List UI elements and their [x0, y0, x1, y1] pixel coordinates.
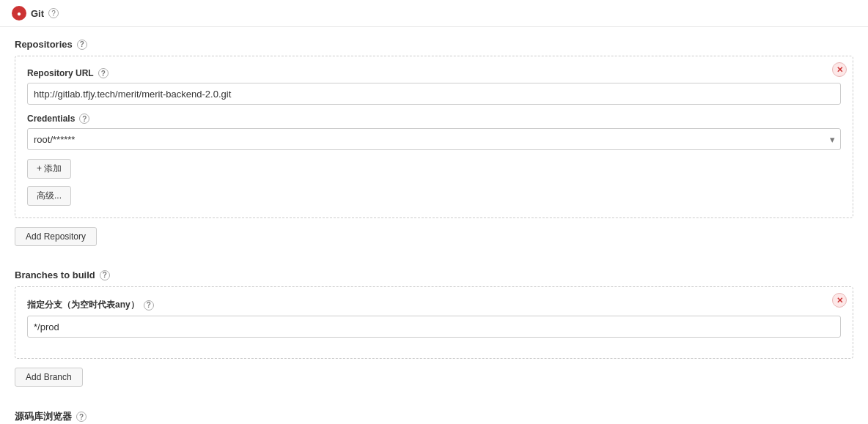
git-icon: ●: [12, 6, 26, 21]
main-content: Repositories ? ✕ Repository URL ?: [0, 27, 868, 424]
header-help-icon[interactable]: ?: [48, 8, 59, 18]
repositories-section: Repositories ? ✕ Repository URL ?: [15, 39, 853, 258]
add-repository-button[interactable]: Add Repository: [15, 227, 97, 246]
branch-field-label: 指定分支（为空时代表any） ?: [27, 299, 841, 311]
credentials-select-wrapper: root/****** ▾: [27, 128, 841, 150]
branches-section: Branches to build ? ✕ 指定分支（为空时代表any） ? A…: [15, 269, 853, 398]
close-branch-button[interactable]: ✕: [832, 293, 847, 308]
source-browser-label: 源码库浏览器 ?: [15, 410, 853, 423]
repositories-help-icon[interactable]: ?: [77, 40, 87, 50]
repository-url-field: Repository URL ?: [27, 68, 841, 105]
repo-button-row: + 添加: [27, 159, 841, 179]
page-container: ● Git ? Repositories ? ✕ Repository URL …: [0, 0, 868, 424]
branches-label: Branches to build ?: [15, 269, 853, 280]
repository-config-box: ✕ Repository URL ? Credentials ?: [15, 56, 853, 218]
add-branch-button[interactable]: Add Branch: [15, 368, 83, 387]
branch-field-help-icon[interactable]: ?: [144, 300, 154, 310]
source-browser-help-icon[interactable]: ?: [76, 412, 87, 422]
close-repository-button[interactable]: ✕: [832, 62, 847, 77]
repository-url-input[interactable]: [27, 83, 841, 105]
source-browser-section: 源码库浏览器 ? (自动) ▾: [15, 410, 853, 424]
credentials-label: Credentials ?: [27, 114, 841, 124]
header-bar: ● Git ?: [0, 0, 868, 27]
add-credentials-button[interactable]: + 添加: [27, 159, 71, 179]
branch-config-box: ✕ 指定分支（为空时代表any） ?: [15, 286, 853, 359]
branch-field: 指定分支（为空时代表any） ?: [27, 299, 841, 338]
repository-url-label: Repository URL ?: [27, 68, 841, 78]
repositories-label: Repositories ?: [15, 39, 853, 50]
repository-url-help-icon[interactable]: ?: [98, 68, 108, 78]
credentials-select[interactable]: root/******: [27, 128, 841, 150]
header-title: Git: [31, 8, 44, 19]
branch-input[interactable]: [27, 316, 841, 338]
credentials-help-icon[interactable]: ?: [79, 114, 89, 124]
branches-help-icon[interactable]: ?: [100, 270, 110, 280]
credentials-field: Credentials ? root/****** ▾: [27, 114, 841, 150]
advanced-button[interactable]: 高级...: [27, 186, 71, 206]
